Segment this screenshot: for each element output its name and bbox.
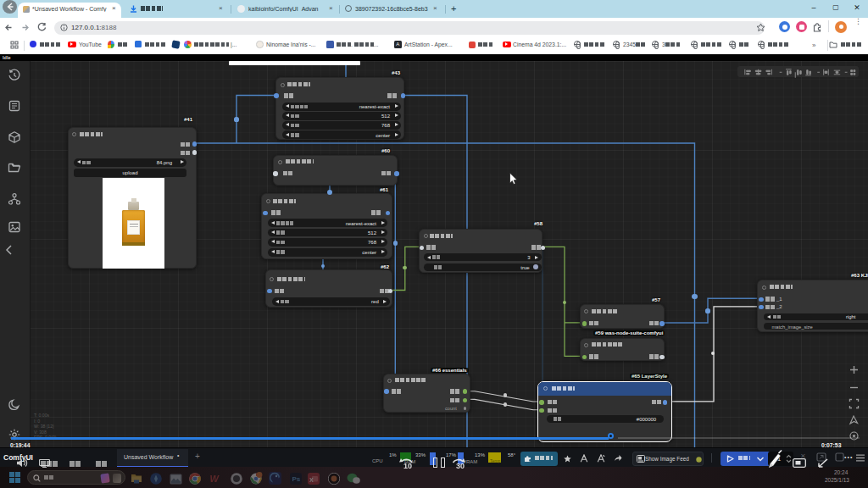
svg-text:X: X <box>309 477 314 483</box>
svg-text:10: 10 <box>403 462 412 469</box>
svg-text:Ps: Ps <box>292 475 300 483</box>
svg-text:30: 30 <box>456 462 465 469</box>
